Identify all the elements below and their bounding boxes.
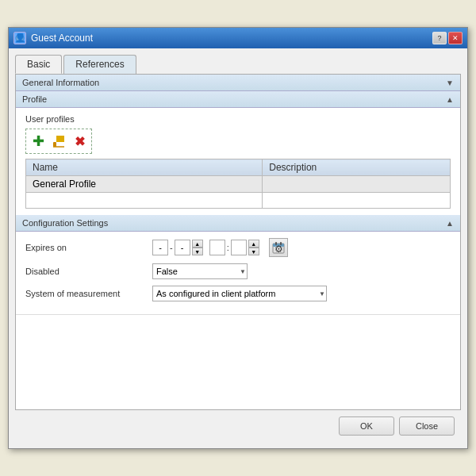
- svg-marker-3: [56, 136, 64, 142]
- expires-on-row: Expires on - ▲ ▼: [25, 238, 451, 257]
- measurement-label: System of measurement: [25, 289, 152, 298]
- time-field: : ▲ ▼: [209, 240, 259, 255]
- date-field: - ▲ ▼: [152, 240, 203, 255]
- date-month[interactable]: [152, 240, 168, 255]
- user-profiles-label: User profiles: [25, 114, 451, 124]
- tab-references[interactable]: References: [63, 55, 136, 74]
- table-row-empty: [26, 193, 451, 209]
- profile-arrow: ▲: [446, 95, 454, 104]
- title-bar: 👤 Guest Account ? ✕: [9, 28, 467, 48]
- expires-on-label: Expires on: [25, 243, 152, 252]
- dialog-body: Basic References General Information ▼ P…: [9, 48, 467, 448]
- add-profile-button[interactable]: ✚: [29, 132, 47, 150]
- row-name: General Profile: [26, 176, 263, 193]
- time-spin-down[interactable]: ▼: [248, 248, 259, 255]
- window-icon: 👤: [13, 32, 26, 44]
- measurement-control: As configured in client platform Metric …: [152, 286, 451, 301]
- time-min[interactable]: [231, 240, 247, 255]
- ok-button[interactable]: OK: [339, 416, 394, 436]
- table-row[interactable]: General Profile: [26, 176, 451, 193]
- calendar-button[interactable]: ⚙: [269, 238, 288, 257]
- date-spin-up[interactable]: ▲: [192, 240, 203, 248]
- content-area: General Information ▼ Profile ▲ User pro…: [15, 74, 461, 410]
- date-spinner: ▲ ▼: [192, 240, 203, 255]
- general-info-arrow: ▼: [446, 79, 454, 87]
- title-bar-controls: ? ✕: [432, 32, 463, 44]
- config-section: Expires on - ▲ ▼: [16, 232, 460, 314]
- measurement-dropdown-wrapper: As configured in client platform Metric …: [152, 286, 327, 301]
- config-settings-label: Configuration Settings: [22, 218, 108, 228]
- time-hour[interactable]: [209, 240, 225, 255]
- tab-basic[interactable]: Basic: [15, 55, 62, 74]
- close-button[interactable]: Close: [399, 416, 455, 436]
- date-spin-down[interactable]: ▼: [192, 248, 203, 255]
- title-bar-left: 👤 Guest Account: [13, 32, 93, 44]
- profile-toolbar: ✚ ✖: [25, 129, 92, 154]
- disabled-select[interactable]: False True: [152, 263, 248, 279]
- date-day[interactable]: [175, 240, 190, 255]
- profile-header[interactable]: Profile ▲: [16, 91, 460, 108]
- close-title-button[interactable]: ✕: [448, 32, 463, 44]
- profile-table: Name Description General Profile: [25, 159, 451, 209]
- dialog-title: Guest Account: [31, 33, 93, 44]
- svg-rect-2: [53, 142, 56, 147]
- help-button[interactable]: ?: [432, 32, 447, 44]
- measurement-row: System of measurement As configured in c…: [25, 286, 451, 301]
- delete-profile-button[interactable]: ✖: [71, 132, 88, 150]
- config-settings-header[interactable]: Configuration Settings ▲: [16, 215, 460, 232]
- guest-account-dialog: 👤 Guest Account ? ✕ Basic References Gen…: [8, 27, 468, 449]
- measurement-select[interactable]: As configured in client platform Metric …: [152, 286, 327, 301]
- spacer: [16, 314, 460, 409]
- svg-text:⚙: ⚙: [274, 244, 283, 254]
- disabled-label: Disabled: [25, 267, 152, 276]
- svg-text:👤: 👤: [15, 33, 25, 43]
- profile-section: User profiles ✚ ✖: [16, 108, 460, 215]
- row-description: [263, 176, 451, 193]
- edit-profile-button[interactable]: [50, 132, 67, 150]
- disabled-row: Disabled False True ▼: [25, 263, 451, 279]
- col-name: Name: [26, 159, 263, 176]
- col-description: Description: [263, 159, 451, 176]
- config-settings-arrow: ▲: [446, 219, 454, 228]
- disabled-dropdown-wrapper: False True ▼: [152, 263, 248, 279]
- dialog-footer: OK Close: [15, 410, 461, 442]
- profile-label: Profile: [22, 94, 47, 104]
- expires-on-control: - ▲ ▼ : ▲: [152, 238, 451, 257]
- time-spin-up[interactable]: ▲: [248, 240, 259, 248]
- general-info-label: General Information: [22, 78, 99, 87]
- time-spinner: ▲ ▼: [248, 240, 259, 255]
- disabled-control: False True ▼: [152, 263, 451, 279]
- general-info-header[interactable]: General Information ▼: [16, 75, 460, 91]
- tabs-container: Basic References: [15, 55, 461, 75]
